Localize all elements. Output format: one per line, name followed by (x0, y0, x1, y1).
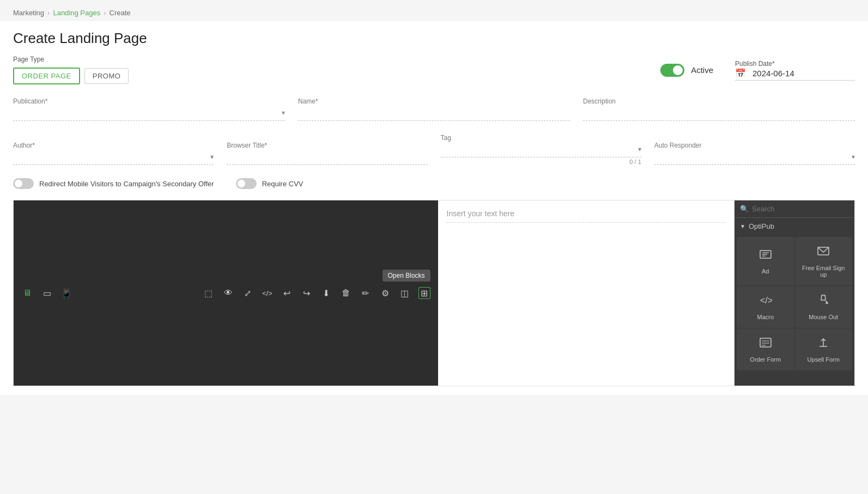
macro-label: Macro (757, 314, 774, 320)
tag-dropdown-icon: ▾ (638, 145, 641, 153)
toggle-slider (660, 64, 684, 77)
browser-title-input[interactable] (227, 151, 427, 165)
ad-label: Ad (762, 268, 769, 275)
description-field: Description (583, 97, 855, 121)
form-row-2: Author* ▾ Browser Title* Tag ▾ 0 / 1 Aut… (13, 134, 855, 165)
active-toggle[interactable] (660, 64, 684, 77)
editor-canvas[interactable]: Insert your text here (438, 200, 735, 386)
macro-icon: </> (759, 294, 772, 309)
tag-field: Tag ▾ 0 / 1 (441, 134, 641, 165)
fullscreen-icon[interactable]: ⤢ (242, 287, 254, 299)
preview-icon[interactable]: 👁 (222, 287, 234, 299)
active-label: Active (691, 65, 713, 75)
redo-icon[interactable]: ↪ (301, 287, 313, 299)
block-item-upsell-form[interactable]: Upsell Form (795, 328, 853, 370)
layers-icon[interactable]: ◫ (399, 287, 411, 299)
publication-label: Publication* (13, 97, 285, 105)
breadcrumb-create: Create (110, 9, 131, 17)
redirect-mobile-toggle-item: Redirect Mobile Visitors to Campaign's S… (13, 178, 214, 189)
collapse-icon: ▼ (740, 223, 745, 229)
editor-section: 🖥 ▭ 📱 ⬚ 👁 ⤢ </> ↩ ↪ ⬇ 🗑 ✏ ⚙ ◫ (13, 200, 855, 386)
require-cvv-toggle-item: Require CVV (236, 178, 304, 189)
mouse-out-icon (817, 294, 830, 309)
breadcrumb: Marketing › Landing Pages › Create (0, 0, 868, 21)
breadcrumb-landing-pages[interactable]: Landing Pages (53, 9, 100, 17)
publication-field: Publication* ▾ (13, 97, 285, 121)
publication-dropdown-icon: ▾ (282, 109, 285, 117)
form-row-1: Publication* ▾ Name* Description (13, 97, 855, 121)
author-label: Author* (13, 142, 214, 149)
block-item-free-email[interactable]: Free Email Sign up (795, 237, 853, 285)
svg-rect-6 (760, 338, 771, 347)
tag-label: Tag (441, 134, 641, 142)
auto-responder-input[interactable] (654, 151, 855, 165)
mobile-icon[interactable]: 📱 (60, 287, 72, 299)
page-type-buttons: ORDER PAGE PROMO (13, 68, 129, 84)
open-blocks-button[interactable]: ⊞ (418, 287, 430, 299)
main-content: Create Landing Page Page Type ORDER PAGE… (0, 21, 868, 395)
editor-placeholder: Insert your text here (447, 209, 725, 218)
tablet-icon[interactable]: ▭ (41, 287, 53, 299)
name-input[interactable] (298, 107, 570, 121)
blocks-search-input[interactable] (752, 205, 849, 213)
breadcrumb-marketing: Marketing (13, 9, 44, 17)
order-form-label: Order Form (750, 356, 781, 363)
order-page-button[interactable]: ORDER PAGE (13, 68, 80, 84)
delete-icon[interactable]: 🗑 (340, 287, 352, 299)
upsell-form-label: Upsell Form (808, 356, 840, 363)
redirect-mobile-slider (13, 178, 34, 189)
description-label: Description (583, 97, 855, 105)
blocks-panel: 🔍 ▼ OptiPub (735, 200, 854, 386)
toggle-row: Redirect Mobile Visitors to Campaign's S… (13, 178, 855, 189)
redirect-mobile-toggle[interactable] (13, 178, 34, 189)
search-icon: 🔍 (740, 205, 749, 213)
author-input[interactable] (13, 151, 214, 165)
page-type-label: Page Type (13, 56, 129, 63)
page-type-section: Page Type ORDER PAGE PROMO (13, 56, 129, 84)
download-icon[interactable]: ⬇ (320, 287, 332, 299)
top-row: Page Type ORDER PAGE PROMO Active Publis… (13, 56, 855, 84)
description-input[interactable] (583, 107, 855, 121)
block-item-mouse-out[interactable]: Mouse Out (795, 286, 853, 328)
block-item-order-form[interactable]: Order Form (737, 328, 794, 370)
block-item-ad[interactable]: Ad (737, 237, 794, 285)
mouse-out-label: Mouse Out (809, 314, 838, 320)
publication-input[interactable] (13, 107, 285, 121)
blocks-section-header: ▼ OptiPub (735, 218, 854, 235)
tag-input[interactable] (441, 144, 641, 157)
auto-responder-field: Auto Responder ▾ (654, 142, 855, 165)
blocks-grid: Ad Free Email Sign up (735, 235, 854, 373)
author-field: Author* ▾ (13, 142, 214, 165)
publish-date-input[interactable] (750, 68, 858, 79)
desktop-icon[interactable]: 🖥 (21, 287, 33, 299)
editor-main: Insert your text here 🔍 ▼ OptiPub (438, 200, 854, 386)
edit-icon[interactable]: ✏ (360, 287, 372, 299)
page-title: Create Landing Page (13, 30, 855, 47)
name-field: Name* (298, 97, 570, 121)
undo-icon[interactable]: ↩ (281, 287, 293, 299)
browser-title-label: Browser Title* (227, 142, 427, 149)
blocks-search: 🔍 (735, 200, 854, 218)
svg-text:</>: </> (760, 296, 772, 305)
active-section: Active (660, 64, 713, 77)
require-cvv-toggle[interactable] (236, 178, 257, 189)
order-form-icon (759, 336, 772, 352)
email-icon (817, 245, 830, 260)
require-cvv-label: Require CVV (262, 180, 304, 188)
blocks-section-label: OptiPub (749, 222, 774, 230)
selection-icon[interactable]: ⬚ (203, 287, 215, 299)
open-blocks-wrapper: ⊞ Open Blocks (418, 287, 430, 299)
upsell-form-icon (817, 336, 830, 352)
free-email-label: Free Email Sign up (799, 265, 848, 278)
block-item-macro[interactable]: </> Macro (737, 286, 794, 328)
auto-responder-dropdown-icon: ▾ (852, 153, 855, 161)
code-icon[interactable]: </> (262, 287, 274, 299)
require-cvv-slider (236, 178, 257, 189)
publish-date-label: Publish Date* (735, 60, 855, 68)
promo-button[interactable]: PROMO (84, 68, 129, 84)
settings-icon[interactable]: ⚙ (379, 287, 391, 299)
publish-date-section: Publish Date* 📅 (735, 60, 855, 81)
tag-count: 0 / 1 (441, 158, 641, 165)
open-blocks-tooltip: Open Blocks (383, 270, 430, 282)
browser-title-field: Browser Title* (227, 142, 427, 165)
